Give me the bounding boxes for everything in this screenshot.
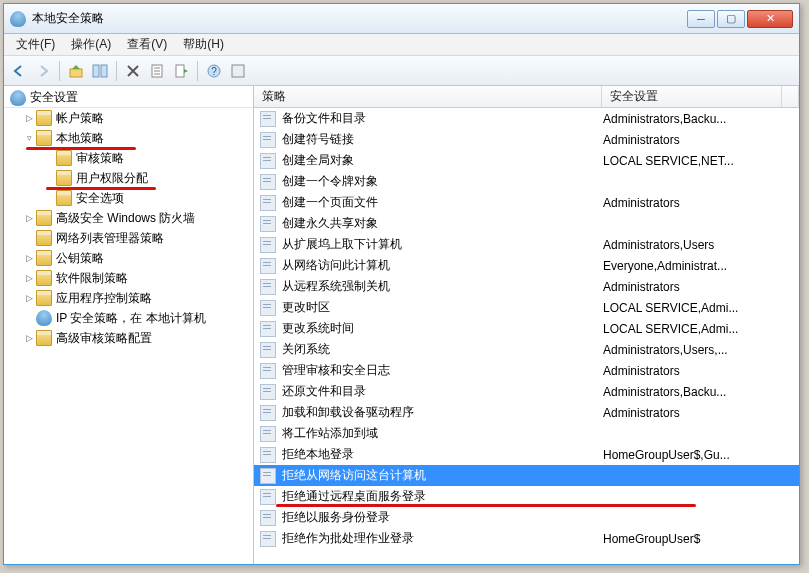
list-row[interactable]: 加载和卸载设备驱动程序Administrators — [254, 402, 799, 423]
row-policy: 加载和卸载设备驱动程序 — [282, 404, 603, 421]
row-setting: LOCAL SERVICE,NET... — [603, 154, 799, 168]
folder-icon — [56, 150, 72, 166]
folder-icon — [36, 230, 52, 246]
tree-item[interactable]: ▿本地策略 — [4, 128, 253, 148]
policy-icon — [260, 195, 276, 211]
tree-item-label: 软件限制策略 — [56, 270, 128, 287]
list-row[interactable]: 从远程系统强制关机Administrators — [254, 276, 799, 297]
tree-twisty[interactable]: ▷ — [24, 213, 34, 223]
column-spacer — [782, 86, 799, 107]
policy-icon — [260, 489, 276, 505]
tree-item[interactable]: 用户权限分配 — [4, 168, 253, 188]
tree-twisty[interactable]: ▷ — [24, 273, 34, 283]
row-policy: 管理审核和安全日志 — [282, 362, 603, 379]
tree-item[interactable]: ▷公钥策略 — [4, 248, 253, 268]
toolbar-back[interactable] — [8, 60, 30, 82]
tree-twisty[interactable]: ▷ — [24, 293, 34, 303]
row-policy: 从远程系统强制关机 — [282, 278, 603, 295]
list-row[interactable]: 创建一个令牌对象 — [254, 171, 799, 192]
list-row[interactable]: 更改时区LOCAL SERVICE,Admi... — [254, 297, 799, 318]
toolbar-refresh[interactable] — [227, 60, 249, 82]
minimize-button[interactable]: ─ — [687, 10, 715, 28]
list-row[interactable]: 拒绝本地登录HomeGroupUser$,Gu... — [254, 444, 799, 465]
tree-item[interactable]: 审核策略 — [4, 148, 253, 168]
menu-file[interactable]: 文件(F) — [8, 34, 63, 55]
tree-item[interactable]: ▷软件限制策略 — [4, 268, 253, 288]
folder-icon — [36, 270, 52, 286]
policy-icon — [260, 300, 276, 316]
main-window: 本地安全策略 ─ ▢ ✕ 文件(F) 操作(A) 查看(V) 帮助(H) ? 安… — [3, 3, 800, 565]
row-setting: LOCAL SERVICE,Admi... — [603, 301, 799, 315]
row-policy: 从网络访问此计算机 — [282, 257, 603, 274]
tree-item[interactable]: IP 安全策略，在 本地计算机 — [4, 308, 253, 328]
svg-rect-1 — [93, 65, 99, 77]
folder-icon — [36, 250, 52, 266]
menu-action[interactable]: 操作(A) — [63, 34, 119, 55]
policy-icon — [260, 258, 276, 274]
tree-item[interactable]: ▷高级安全 Windows 防火墙 — [4, 208, 253, 228]
list-row[interactable]: 备份文件和目录Administrators,Backu... — [254, 108, 799, 129]
list-row[interactable]: 管理审核和安全日志Administrators — [254, 360, 799, 381]
list-row[interactable]: 从扩展坞上取下计算机Administrators,Users — [254, 234, 799, 255]
toolbar-help[interactable]: ? — [203, 60, 225, 82]
tree-item-label: 公钥策略 — [56, 250, 104, 267]
tree-root[interactable]: 安全设置 — [4, 88, 253, 108]
list-row[interactable]: 创建永久共享对象 — [254, 213, 799, 234]
tree-item[interactable]: ▷帐户策略 — [4, 108, 253, 128]
list-row[interactable]: 创建符号链接Administrators — [254, 129, 799, 150]
row-policy: 从扩展坞上取下计算机 — [282, 236, 603, 253]
list-row[interactable]: 将工作站添加到域 — [254, 423, 799, 444]
svg-rect-10 — [232, 65, 244, 77]
tree-pane[interactable]: 安全设置 ▷帐户策略▿本地策略审核策略用户权限分配安全选项▷高级安全 Windo… — [4, 86, 254, 564]
svg-text:?: ? — [211, 66, 217, 77]
toolbar-forward[interactable] — [32, 60, 54, 82]
tree-item[interactable]: ▷高级审核策略配置 — [4, 328, 253, 348]
folder-icon — [36, 130, 52, 146]
policy-icon — [260, 468, 276, 484]
toolbar-delete[interactable] — [122, 60, 144, 82]
folder-icon — [56, 190, 72, 206]
tree-twisty[interactable]: ▷ — [24, 113, 34, 123]
column-policy[interactable]: 策略 — [254, 86, 602, 107]
close-button[interactable]: ✕ — [747, 10, 793, 28]
tree-twisty[interactable]: ▷ — [24, 333, 34, 343]
row-policy: 创建一个令牌对象 — [282, 173, 603, 190]
tree-item[interactable]: 网络列表管理器策略 — [4, 228, 253, 248]
column-setting[interactable]: 安全设置 — [602, 86, 782, 107]
toolbar-separator — [59, 61, 60, 81]
list-row[interactable]: 关闭系统Administrators,Users,... — [254, 339, 799, 360]
policy-icon — [260, 132, 276, 148]
list-pane[interactable]: 策略 安全设置 备份文件和目录Administrators,Backu...创建… — [254, 86, 799, 564]
list-row[interactable]: 创建一个页面文件Administrators — [254, 192, 799, 213]
toolbar-export[interactable] — [170, 60, 192, 82]
row-policy: 拒绝以服务身份登录 — [282, 509, 603, 526]
policy-icon — [260, 321, 276, 337]
menu-help[interactable]: 帮助(H) — [175, 34, 232, 55]
row-setting: HomeGroupUser$ — [603, 532, 799, 546]
toolbar-separator — [197, 61, 198, 81]
row-policy: 创建永久共享对象 — [282, 215, 603, 232]
tree-twisty[interactable]: ▷ — [24, 253, 34, 263]
svg-rect-7 — [176, 65, 184, 77]
tree-item-label: 用户权限分配 — [76, 170, 148, 187]
list-row[interactable]: 拒绝作为批处理作业登录HomeGroupUser$ — [254, 528, 799, 549]
tree-item[interactable]: 安全选项 — [4, 188, 253, 208]
shield-icon — [10, 90, 26, 106]
list-row[interactable]: 从网络访问此计算机Everyone,Administrat... — [254, 255, 799, 276]
list-row[interactable]: 更改系统时间LOCAL SERVICE,Admi... — [254, 318, 799, 339]
maximize-button[interactable]: ▢ — [717, 10, 745, 28]
tree-twisty[interactable]: ▿ — [24, 133, 34, 143]
tree-item[interactable]: ▷应用程序控制策略 — [4, 288, 253, 308]
policy-icon — [260, 279, 276, 295]
toolbar-panes[interactable] — [89, 60, 111, 82]
list-row[interactable]: 拒绝从网络访问这台计算机 — [254, 465, 799, 486]
toolbar-up[interactable] — [65, 60, 87, 82]
toolbar-properties[interactable] — [146, 60, 168, 82]
row-policy: 创建全局对象 — [282, 152, 603, 169]
list-row[interactable]: 创建全局对象LOCAL SERVICE,NET... — [254, 150, 799, 171]
row-setting: Administrators — [603, 406, 799, 420]
list-row[interactable]: 拒绝以服务身份登录 — [254, 507, 799, 528]
menu-view[interactable]: 查看(V) — [119, 34, 175, 55]
list-row[interactable]: 还原文件和目录Administrators,Backu... — [254, 381, 799, 402]
policy-icon — [260, 384, 276, 400]
